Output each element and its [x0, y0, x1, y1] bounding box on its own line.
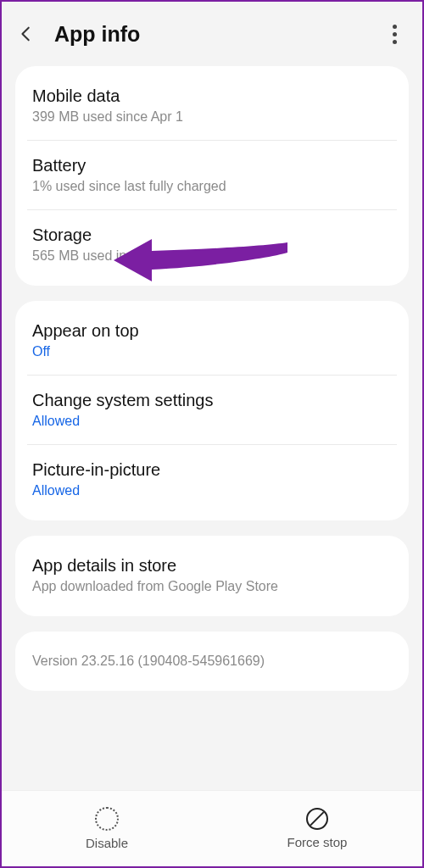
app-details-in-store-row[interactable]: App details in store App downloaded from… — [15, 539, 409, 613]
row-title: Mobile data — [32, 86, 392, 106]
row-title: Picture-in-picture — [32, 460, 392, 480]
page-title: App info — [54, 22, 383, 47]
row-title: Appear on top — [32, 321, 392, 341]
row-title: App details in store — [32, 556, 392, 576]
appear-on-top-row[interactable]: Appear on top Off — [15, 304, 409, 375]
more-options-button[interactable] — [383, 23, 405, 45]
version-text: Version 23.25.16 (190408-545961669) — [32, 654, 392, 669]
header: App info — [2, 2, 422, 66]
chevron-left-icon — [17, 25, 36, 43]
row-title: Battery — [32, 156, 392, 175]
force-stop-button[interactable]: Force stop — [212, 791, 422, 866]
row-subtitle: 565 MB used in Internal storage — [32, 248, 392, 264]
row-subtitle: 399 MB used since Apr 1 — [32, 109, 392, 125]
row-value: Allowed — [32, 483, 392, 498]
row-subtitle: 1% used since last fully charged — [32, 179, 392, 194]
content-scroll[interactable]: Mobile data 399 MB used since Apr 1 Batt… — [2, 66, 422, 790]
disable-label: Disable — [86, 836, 128, 850]
prohibited-icon — [306, 808, 328, 830]
row-title: Change system settings — [32, 391, 392, 410]
back-button[interactable] — [15, 23, 37, 45]
battery-row[interactable]: Battery 1% used since last fully charged — [27, 140, 397, 209]
disable-button[interactable]: Disable — [2, 791, 212, 866]
disable-icon — [95, 807, 119, 831]
more-vert-icon — [393, 25, 397, 29]
permissions-card: Appear on top Off Change system settings… — [15, 301, 409, 520]
row-value: Allowed — [32, 414, 392, 429]
row-value: Off — [32, 344, 392, 359]
force-stop-label: Force stop — [287, 835, 348, 849]
usage-card: Mobile data 399 MB used since Apr 1 Batt… — [15, 66, 409, 286]
version-card: Version 23.25.16 (190408-545961669) — [15, 632, 409, 691]
mobile-data-row[interactable]: Mobile data 399 MB used since Apr 1 — [15, 70, 409, 140]
storage-row[interactable]: Storage 565 MB used in Internal storage — [27, 209, 397, 282]
change-system-settings-row[interactable]: Change system settings Allowed — [27, 375, 397, 444]
store-card: App details in store App downloaded from… — [15, 536, 409, 616]
bottom-bar: Disable Force stop — [2, 790, 422, 866]
row-title: Storage — [32, 225, 392, 245]
picture-in-picture-row[interactable]: Picture-in-picture Allowed — [27, 444, 397, 517]
row-subtitle: App downloaded from Google Play Store — [32, 579, 392, 594]
